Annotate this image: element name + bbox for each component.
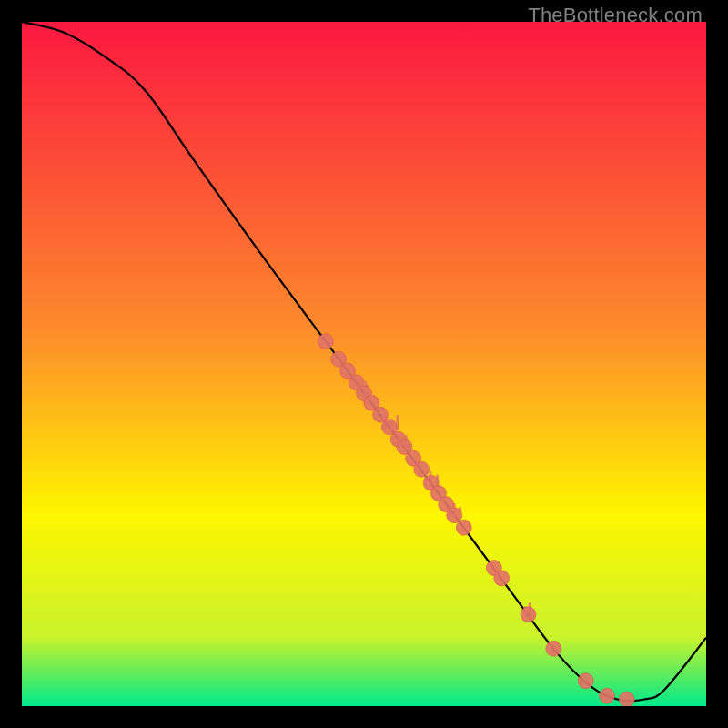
watermark-text: TheBottleneck.com <box>528 4 703 27</box>
chart-frame: { "watermark": "TheBottleneck.com", "col… <box>0 0 728 728</box>
chart-svg <box>22 22 706 706</box>
data-point <box>447 508 462 523</box>
data-point <box>578 673 593 689</box>
data-point <box>456 520 471 535</box>
data-point <box>318 334 333 349</box>
data-point <box>521 607 536 622</box>
data-point <box>599 688 614 703</box>
plot-area <box>22 22 706 706</box>
data-point <box>546 641 561 656</box>
data-point <box>619 692 634 706</box>
gradient-background <box>22 22 706 706</box>
data-point <box>414 461 430 477</box>
data-point <box>494 571 510 586</box>
